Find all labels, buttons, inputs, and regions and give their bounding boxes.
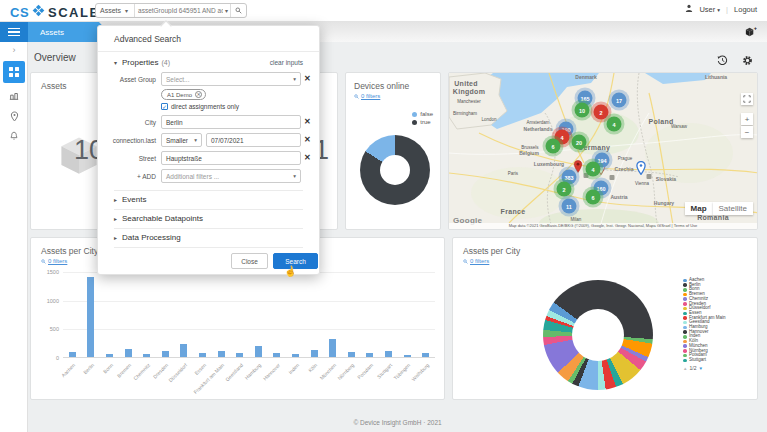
- devices-online-donut[interactable]: [360, 135, 430, 205]
- bar[interactable]: [385, 351, 392, 357]
- global-search[interactable]: Assets▾ assetGroupId 645951 AND addres..…: [95, 3, 247, 18]
- header-divider: |: [726, 5, 728, 14]
- section-data-processing[interactable]: ▸Data Processing: [114, 233, 181, 242]
- legend-item[interactable]: false: [412, 111, 433, 117]
- bar[interactable]: [199, 353, 206, 357]
- asset-group-select[interactable]: Select...▾: [161, 72, 301, 86]
- tab-assets[interactable]: Assets: [28, 22, 108, 42]
- sidebar-collapse-toggle[interactable]: ›: [0, 42, 28, 58]
- zoom-out-button[interactable]: −: [741, 126, 753, 138]
- chevron-down-icon[interactable]: ▾: [223, 7, 230, 14]
- chevron-down-icon: ▾: [717, 7, 720, 13]
- remove-filter-icon[interactable]: ✕: [304, 118, 311, 126]
- sidebar-item-locations[interactable]: [0, 106, 28, 126]
- section-searchable-datapoints[interactable]: ▸Searchable Datapoints: [114, 214, 203, 223]
- close-button[interactable]: Close: [231, 253, 268, 269]
- asset-group-label: Asset Group: [98, 76, 156, 83]
- bar[interactable]: [292, 354, 299, 357]
- map-cluster-marker[interactable]: 20: [572, 135, 587, 150]
- sidebar-item-alarms[interactable]: [0, 126, 28, 146]
- bar[interactable]: [311, 350, 318, 357]
- settings-gear-icon[interactable]: [742, 52, 753, 70]
- legend-item[interactable]: true: [412, 119, 433, 125]
- legend-dot: [683, 359, 687, 363]
- bar[interactable]: [218, 351, 225, 357]
- zoom-in-button[interactable]: +: [741, 113, 753, 125]
- map-cluster-marker[interactable]: 6: [546, 139, 561, 154]
- bar[interactable]: [348, 352, 355, 357]
- bar[interactable]: [162, 351, 169, 357]
- legend-item[interactable]: Stuttgart: [683, 358, 726, 363]
- remove-filter-icon[interactable]: ✕: [304, 75, 311, 83]
- card-title: Assets per City: [463, 246, 747, 256]
- hand-cursor: ☝: [283, 265, 297, 278]
- user-menu[interactable]: User ▾: [699, 5, 720, 14]
- map-view-button[interactable]: Map: [685, 202, 713, 215]
- properties-count: (4): [161, 59, 170, 66]
- bar[interactable]: [143, 354, 150, 357]
- connection-value-input[interactable]: 07/07/2021: [206, 133, 301, 147]
- map-cluster-marker[interactable]: 17: [612, 93, 627, 108]
- add-asset-button[interactable]: +: [741, 25, 759, 39]
- asset-group-chip[interactable]: A1 Demo✕: [161, 89, 206, 100]
- card-title: Devices online: [354, 81, 432, 91]
- satellite-view-button[interactable]: Satellite: [713, 202, 753, 215]
- search-icon[interactable]: [230, 4, 246, 17]
- filters-link[interactable]: 0 filters: [354, 93, 432, 99]
- legend-page-up-icon[interactable]: ▲: [683, 366, 687, 371]
- chip-remove-icon[interactable]: ✕: [195, 91, 202, 98]
- menu-toggle-button[interactable]: [0, 22, 28, 42]
- map-cluster-marker[interactable]: 6: [586, 190, 601, 205]
- logout-button[interactable]: Logout: [734, 5, 757, 14]
- chevron-down-icon: ▾: [123, 7, 130, 14]
- bar[interactable]: [255, 346, 262, 357]
- bar[interactable]: [404, 355, 411, 357]
- bar[interactable]: [422, 353, 429, 357]
- gray-map-pin-icon[interactable]: [609, 167, 616, 185]
- filters-link[interactable]: 0 filters: [463, 258, 747, 264]
- map-country-label: Hungary: [654, 200, 674, 206]
- dashboard-grid-icon: [9, 67, 19, 77]
- clear-inputs-link[interactable]: clear inputs: [270, 59, 303, 66]
- direct-assignments-checkbox[interactable]: ✓ direct assignments only: [161, 103, 239, 110]
- map-cluster-marker[interactable]: 4: [586, 162, 601, 177]
- chevron-down-icon[interactable]: ▾: [114, 59, 117, 66]
- search-input[interactable]: assetGroupId 645951 AND addres...: [135, 7, 223, 14]
- remove-filter-icon[interactable]: ✕: [304, 154, 311, 162]
- fullscreen-button[interactable]: [741, 93, 753, 105]
- bar[interactable]: [87, 277, 94, 357]
- city-donut-chart[interactable]: [543, 280, 653, 390]
- map-cluster-marker[interactable]: 2: [594, 105, 609, 120]
- bar[interactable]: [180, 344, 187, 357]
- map-cluster-marker[interactable]: 2: [557, 182, 572, 197]
- bar[interactable]: [329, 339, 336, 357]
- assets-map-card[interactable]: UnitedKingdomFranceGermanyPolandCzechiaA…: [448, 72, 758, 230]
- section-events[interactable]: ▸Events: [114, 195, 146, 204]
- remove-filter-icon[interactable]: ✕: [304, 136, 311, 144]
- map-cluster-marker[interactable]: 4: [607, 117, 622, 132]
- bar[interactable]: [106, 354, 113, 357]
- map-cluster-marker[interactable]: 11: [562, 199, 577, 214]
- section-properties[interactable]: Properties: [122, 58, 158, 67]
- connection-operator-select[interactable]: Smaller▾: [161, 133, 202, 147]
- legend-dot: [683, 312, 687, 316]
- sidebar-item-assets[interactable]: [0, 86, 28, 106]
- map-city-label: Prague: [618, 156, 633, 161]
- bar[interactable]: [366, 353, 373, 357]
- legend-page-down-icon[interactable]: ▼: [698, 366, 702, 371]
- filter-magnifier-icon: [463, 259, 468, 264]
- bar[interactable]: [125, 349, 132, 357]
- sidebar-item-dashboard[interactable]: [3, 61, 25, 83]
- bar[interactable]: [69, 352, 76, 357]
- search-scope-dropdown[interactable]: Assets▾: [96, 4, 135, 17]
- bar[interactable]: [236, 353, 243, 357]
- map-cluster-marker[interactable]: 10: [575, 103, 590, 118]
- gray-map-pin-icon[interactable]: [646, 166, 653, 184]
- additional-filters-select[interactable]: Additional filters ...▾: [161, 169, 301, 183]
- history-icon[interactable]: [717, 52, 728, 70]
- devices-online-card: Devices online 0 filters falsetrue: [345, 72, 441, 230]
- bar[interactable]: [273, 353, 280, 357]
- street-input[interactable]: Hauptstraße: [161, 151, 301, 165]
- city-input[interactable]: Berlin: [161, 115, 301, 129]
- logo-scale-text: SCALE: [48, 5, 100, 20]
